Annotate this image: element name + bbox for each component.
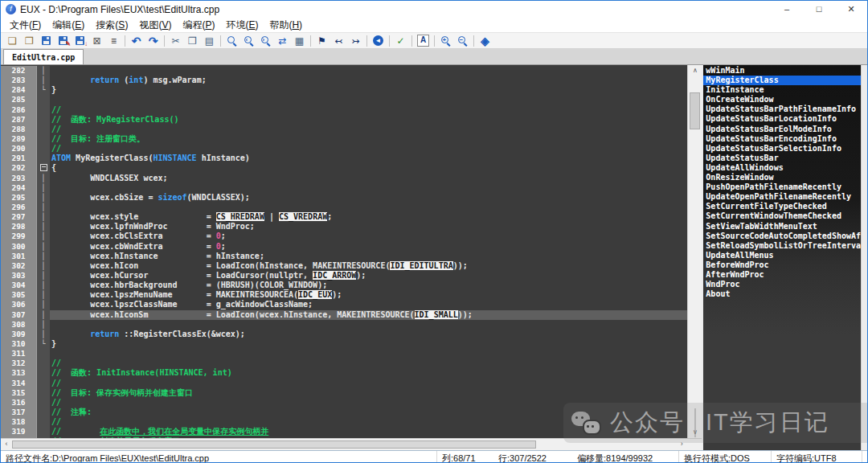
code-line[interactable]: 312// (1, 359, 687, 368)
replace-button[interactable]: ⇄ (274, 34, 291, 47)
minimize-button[interactable]: – (771, 1, 803, 18)
editor-vertical-scrollbar[interactable]: ∧ ∨ (687, 65, 702, 438)
symbol-item[interactable]: UpdateOpenPathFilenameRecently (703, 192, 861, 202)
code-line[interactable]: 292{ (1, 163, 687, 173)
symbol-item[interactable]: MyRegisterClass (703, 76, 861, 85)
close-file-button[interactable]: ⊠ (88, 34, 105, 47)
zoom-out-button[interactable]: − (454, 34, 471, 47)
symbol-item[interactable]: SetViewTabWidthMenuText (703, 222, 861, 232)
save-button[interactable] (38, 34, 55, 47)
code-line[interactable]: 290// (1, 144, 687, 154)
code-editor[interactable]: 282│283│ return (int) msg.wParam;284└}28… (1, 65, 687, 438)
code-line[interactable]: 301│ wcex.hInstance = hInstance; (1, 252, 687, 261)
symbol-item[interactable]: SetCurrentFileTypeChecked (703, 202, 861, 211)
menu-env[interactable]: 环境(E) (220, 18, 264, 32)
code-line[interactable]: 291ATOM MyRegisterClass(HINSTANCE hInsta… (1, 154, 687, 163)
fold-collapse-icon[interactable] (40, 164, 47, 171)
replace-in-files-button[interactable]: ▦ (291, 34, 308, 47)
save-all-button[interactable]: ↓ (72, 34, 88, 47)
code-line[interactable]: 284└} (1, 85, 687, 95)
zoom-in-button[interactable]: + (437, 34, 454, 47)
code-line[interactable]: 295│ wcex.cbSize = sizeof(WNDCLASSEX); (1, 193, 687, 203)
code-line[interactable]: 305│ wcex.lpszMenuName = MAKEINTRESOURCE… (1, 290, 687, 300)
next-bookmark-button[interactable]: ↣ (347, 34, 364, 47)
symbol-item[interactable]: UpdateStatusBarLocationInfo (703, 114, 861, 124)
symbol-list-scrollbar[interactable] (861, 65, 867, 450)
symbol-item[interactable]: UpdateStatusBarPathFilenameInfo (703, 104, 861, 114)
navigate-back-button[interactable]: ◄ (370, 34, 387, 47)
symbol-item[interactable]: UpdateStatusBarEncodingInfo (703, 134, 861, 144)
about-button[interactable]: ◈ (477, 34, 493, 47)
paste-button[interactable]: ▤ (201, 34, 218, 47)
scroll-up-icon[interactable]: ∧ (688, 65, 702, 76)
code-line[interactable]: 294│ (1, 183, 687, 193)
symbol-item[interactable]: SetCurrentWindowThemeChecked (703, 211, 861, 221)
close-button[interactable]: ✕ (835, 1, 867, 18)
tab-editultra-cpp[interactable]: EditUltra.cpp (3, 49, 84, 64)
symbol-item[interactable]: WndProc (703, 280, 861, 289)
menu-search[interactable]: 搜索(S) (90, 18, 133, 32)
vertical-scroll-thumb[interactable] (690, 92, 700, 129)
copy-button[interactable]: ❐ (184, 34, 201, 47)
code-line[interactable]: 303│ wcex.hCursor = LoadCursor(nullptr, … (1, 271, 687, 281)
code-line[interactable]: 308│ (1, 320, 687, 330)
code-line[interactable]: 309│ return ::RegisterClassEx(&wcex); (1, 330, 687, 339)
menu-program[interactable]: 编程(P) (177, 18, 220, 32)
menu-help[interactable]: 帮助(H) (264, 18, 308, 32)
menu-file[interactable]: 文件(F) (4, 18, 47, 32)
symbol-item[interactable]: UpdateAllMenus (703, 251, 861, 260)
code-line[interactable]: 286// (1, 105, 687, 115)
code-line[interactable]: 283│ return (int) msg.wParam; (1, 76, 687, 85)
code-line[interactable]: 310└} (1, 339, 687, 349)
symbol-item[interactable]: About (703, 289, 861, 299)
code-line[interactable]: 302│ wcex.hIcon = LoadIcon(hInstance, MA… (1, 261, 687, 271)
scroll-left-icon[interactable]: ‹ (1, 439, 12, 449)
symbol-item[interactable]: OnCreateWindow (703, 95, 861, 104)
find-next-button[interactable]: › (257, 34, 274, 47)
code-line[interactable]: 311 (1, 349, 687, 359)
symbol-item[interactable]: SetSourceCodeAutoCompletedShowAf (703, 232, 861, 241)
symbol-item[interactable]: SetReloadSymbolListOrTreeInterva (703, 241, 861, 251)
code-line[interactable]: 298│ wcex.lpfnWndProc = WndProc; (1, 222, 687, 232)
code-line[interactable]: 304│ wcex.hbrBackground = (HBRUSH)(COLOR… (1, 281, 687, 290)
symbol-item[interactable]: BeforeWndProc (703, 260, 861, 270)
code-line[interactable]: 299│ wcex.cbClsExtra = 0; (1, 232, 687, 241)
symbol-item[interactable]: UpdateStatusBarSelectionInfo (703, 144, 861, 154)
code-line[interactable]: 315// 目标: 保存实例句柄并创建主窗口 (1, 388, 687, 398)
bookmark-button[interactable]: ⚑ (313, 34, 330, 47)
code-line[interactable]: 293│ WNDCLASSEX wcex; (1, 174, 687, 183)
code-line[interactable]: 296│ (1, 203, 687, 212)
cut-button[interactable]: ✂ (167, 34, 184, 47)
maximize-button[interactable]: □ (803, 1, 835, 18)
menu-edit[interactable]: 编辑(E) (47, 18, 90, 32)
undo-button[interactable]: ↶ (128, 34, 145, 47)
new-file-button[interactable]: ❏ (4, 34, 21, 47)
code-line[interactable]: 306│ wcex.lpszClassName = g_acWindowClas… (1, 300, 687, 309)
symbol-item[interactable]: OnResizeWindow (703, 173, 861, 182)
symbol-item[interactable]: wWinMain (703, 66, 861, 76)
find-button[interactable] (223, 34, 240, 47)
code-line[interactable]: 288// (1, 125, 687, 134)
redo-button[interactable]: ↷ (145, 34, 162, 47)
syntax-colors-button[interactable]: A (415, 34, 432, 47)
code-line[interactable]: 313// 函数: InitInstance(HINSTANCE, int) (1, 368, 687, 378)
file-list-button[interactable]: ≡ (105, 34, 122, 47)
symbol-item[interactable]: PushOpenPathFilenameRecently (703, 182, 861, 192)
menu-view[interactable]: 视图(V) (133, 18, 177, 32)
symbol-item[interactable]: AfterWndProc (703, 270, 861, 280)
previous-bookmark-button[interactable]: ↢ (330, 34, 347, 47)
code-line[interactable]: 307│ wcex.hIconSm = LoadIcon(wcex.hInsta… (1, 310, 687, 320)
save-as-button[interactable]: ✎ (55, 34, 72, 47)
find-previous-button[interactable]: ‹ (240, 34, 257, 47)
code-line[interactable]: 282│ (1, 66, 687, 76)
code-line[interactable]: 285 (1, 95, 687, 104)
code-line[interactable]: 297│ wcex.style = CS_HREDRAW | CS_VREDRA… (1, 212, 687, 222)
symbol-item[interactable]: UpdateStatusBar (703, 154, 861, 163)
open-file-button[interactable]: ❐ (21, 34, 38, 47)
horizontal-scroll-thumb[interactable] (12, 440, 536, 449)
symbol-item[interactable]: InitInstance (703, 85, 861, 95)
symbol-item[interactable]: UpdateStatusBarEolModeInfo (703, 125, 861, 134)
code-line[interactable]: 287// 函数: MyRegisterClass() (1, 115, 687, 125)
code-line[interactable]: 300│ wcex.cbWndExtra = 0; (1, 242, 687, 252)
checklist-button[interactable]: ✓ (392, 34, 409, 47)
